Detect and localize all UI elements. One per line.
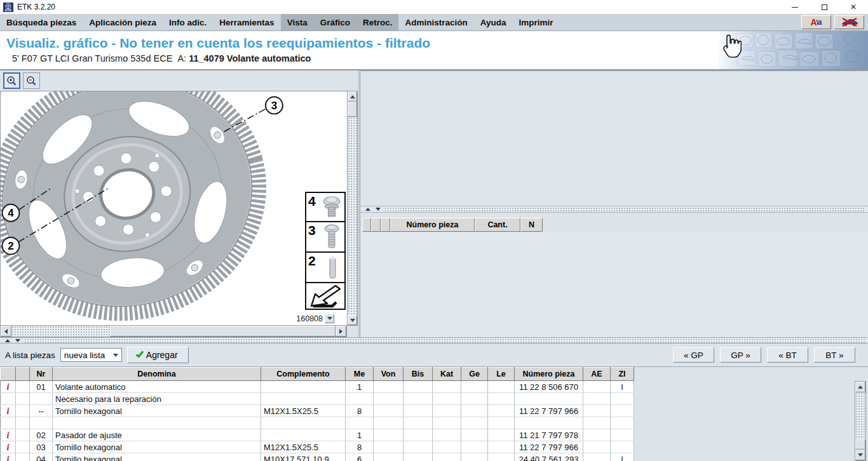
bt-prev-button[interactable]: « BT [767,347,808,363]
cell-nr: 01 [30,381,53,393]
diagram-canvas[interactable]: 3 4 2 4 [0,91,347,326]
main-splitter[interactable] [0,337,868,344]
cell-num: 11 22 8 506 670 [515,381,583,393]
minimize-button[interactable] [780,0,810,14]
panel-splitter[interactable] [360,206,868,213]
cell-me: 1 [346,429,374,441]
col-zi[interactable]: ZI [611,368,634,381]
scrollbar-track[interactable] [348,117,357,315]
info-icon[interactable]: i [1,453,16,461]
menu-imprimir[interactable]: Imprimir [512,14,559,30]
menu-aplicacion-pieza[interactable]: Aplicación pieza [83,14,163,30]
col-kat[interactable]: Kat [433,368,461,381]
menu-ayuda[interactable]: Ayuda [474,14,513,30]
splitter-handle[interactable] [24,338,865,343]
gp-prev-button[interactable]: « GP [673,347,714,363]
legend-item-4[interactable]: 4 [305,192,346,222]
header-numero-pieza[interactable]: Número pieza [390,218,475,232]
splitter-up-icon[interactable] [5,339,10,342]
splitter-down-icon[interactable] [15,339,20,342]
parts-table-row[interactable]: i01Volante automatico111 22 8 506 670I [1,381,634,393]
cell-le [488,393,515,405]
col-bis[interactable]: Bis [403,368,433,381]
bt-next-button[interactable]: BT » [814,347,855,363]
menu-vista[interactable]: Vista [281,14,314,30]
scrollbar-thumb[interactable] [110,326,336,337]
cell-me: 8 [346,441,374,453]
callout-2[interactable]: 2 [8,240,13,252]
scrollbar-track[interactable] [11,326,110,337]
cell-den: Necesario para la reparación [53,393,261,405]
menu-herramientas[interactable]: Herramientas [213,14,280,30]
parts-table-row[interactable]: i02Pasador de ajuste111 21 7 797 978 [1,429,634,441]
parts-table-row[interactable] [1,417,634,429]
info-icon[interactable]: i [1,405,16,417]
col-le[interactable]: Le [488,368,515,381]
parts-table-row[interactable]: i04Tornillo hexagonalM10X17 571 10.9624 … [1,453,634,461]
info-icon[interactable]: i [1,441,16,453]
scroll-right-button[interactable] [336,326,346,337]
cell-le [488,429,515,441]
scroll-down-button[interactable] [855,450,865,460]
list-select[interactable]: nueva lista [60,348,122,362]
cell-von [374,429,403,441]
add-button[interactable]: Agregar [127,347,189,363]
splitter-down-icon[interactable] [376,208,381,211]
scrollbar-thumb[interactable] [348,102,357,117]
parts-table-row[interactable]: i03Tornillo hexagonalM12X1.5X25.5811 22 … [1,441,634,453]
scroll-up-button[interactable] [855,382,865,392]
parts-vertical-scrollbar[interactable] [855,381,866,461]
graphic-horizontal-scrollbar[interactable] [0,326,347,337]
menu-grafico[interactable]: Gráfico [314,14,356,30]
scroll-left-button[interactable] [1,326,11,337]
col-ae[interactable]: AE [583,368,611,381]
header-n[interactable]: N [520,218,543,232]
col-denomina[interactable]: Denomina [53,368,261,381]
col-complemento[interactable]: Complemento [261,368,346,381]
hide-vehicle-button[interactable] [834,15,864,29]
chevron-down-icon [327,317,332,320]
col-numero-pieza[interactable]: Número pieza [515,368,583,381]
col-ge[interactable]: Ge [461,368,488,381]
legend-item-3[interactable]: 3 [305,222,346,253]
graphic-vertical-scrollbar[interactable] [347,91,358,326]
col-info [1,368,16,381]
col-nr[interactable]: Nr [30,368,53,381]
splitter-handle[interactable] [384,207,865,211]
close-button[interactable]: ✕ [839,0,868,14]
cell-nr: 02 [30,429,53,441]
col-me[interactable]: Me [346,368,374,381]
selection-table-header: Número pieza Cant. N [360,218,868,232]
drawing-select-button[interactable] [325,314,334,323]
cell-von [374,405,403,417]
parts-table-row[interactable]: i--Tornillo hexagonalM12X1.5X25.5811 22 … [1,405,634,417]
info-icon[interactable]: i [1,381,16,393]
restore-button[interactable] [810,0,839,14]
selection-panel-empty-area [360,71,868,206]
scrollbar-thumb[interactable] [855,439,865,450]
legend-item-2[interactable]: 2 [305,253,346,283]
parts-table-row[interactable]: Necesario para la reparación [1,393,634,405]
callout-3[interactable]: 3 [271,100,277,112]
menu-retroc[interactable]: Retroc. [356,14,399,30]
menu-busqueda-piezas[interactable]: Búsqueda piezas [0,14,83,30]
cell-sel [16,405,30,417]
header-cell-empty [371,218,381,232]
parts-table: Nr Denomina Complemento Me Von Bis Kat G… [0,367,634,461]
scroll-down-button[interactable] [348,315,357,325]
gp-next-button[interactable]: GP » [720,347,761,363]
zoom-out-button[interactable] [23,72,40,89]
header-cant[interactable]: Cant. [475,218,520,232]
splitter-up-icon[interactable] [365,208,370,211]
font-size-button[interactable]: A\a [801,15,831,29]
cell-bis [403,393,433,405]
scrollbar-track[interactable] [855,392,865,450]
menu-administracion[interactable]: Administración [398,14,473,30]
cell-zi [611,441,634,453]
menu-info-adic[interactable]: Info adic. [163,14,213,30]
info-icon[interactable]: i [1,429,16,441]
zoom-in-button[interactable] [3,72,20,89]
scroll-up-button[interactable] [348,91,357,102]
callout-4[interactable]: 4 [8,207,14,219]
col-von[interactable]: Von [374,368,403,381]
